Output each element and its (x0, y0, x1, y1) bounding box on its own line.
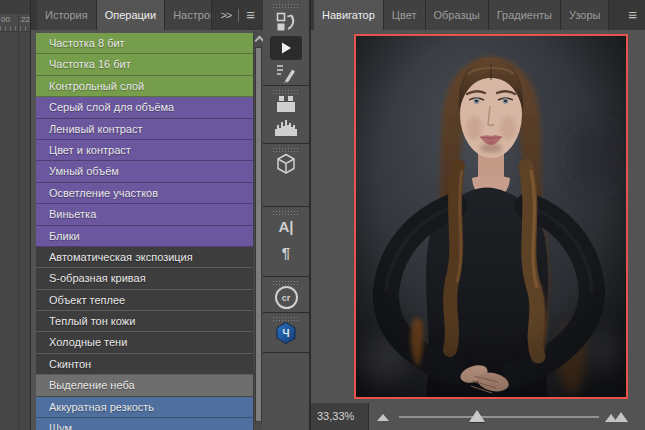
actions-tabbar: История Операции Настройки >> ≡ (31, 0, 263, 30)
preview-portrait-image (356, 36, 626, 397)
tab-gradients[interactable]: Градиенты (489, 0, 561, 30)
tab-patterns[interactable]: Узоры (561, 0, 609, 30)
action-item[interactable]: Умный объём (36, 161, 253, 182)
tab-adjustments[interactable]: Настройки (165, 0, 212, 30)
zoom-out-icon[interactable] (377, 414, 389, 421)
separator (238, 9, 239, 22)
character-panel-icon[interactable]: A| (263, 219, 309, 234)
action-item[interactable]: Скинтон (36, 354, 253, 375)
action-item[interactable]: Аккуратная резкость (36, 397, 253, 418)
action-item[interactable]: Теплый тон кожи (36, 311, 253, 332)
libraries-icon[interactable] (263, 95, 309, 113)
guide-line (18, 0, 19, 430)
scrollbar-thumb[interactable] (255, 47, 262, 422)
panel-icon-dock: A| ¶ cr Ч (263, 0, 310, 430)
cr-text: cr (282, 293, 291, 303)
collapse-chevrons-icon[interactable]: >> (220, 9, 231, 21)
camera-raw-glyph: cr (275, 286, 298, 309)
paragraph-panel-icon[interactable]: ¶ (263, 245, 309, 260)
tab-actions[interactable]: Операции (97, 0, 165, 30)
zoom-slider-thumb[interactable] (469, 410, 485, 422)
group-divider (263, 276, 309, 277)
action-item[interactable]: Ленивый контраст (36, 119, 253, 140)
tab-history[interactable]: История (37, 0, 97, 30)
group-drag-handle[interactable] (272, 3, 300, 8)
group-divider (263, 85, 309, 86)
zoom-percent-field[interactable]: 33,33% (311, 403, 369, 430)
canvas-top-band (0, 0, 30, 14)
action-item[interactable]: Контрольный слой (36, 76, 253, 97)
tool-presets-icon[interactable] (263, 62, 309, 84)
ruler-mark: 00 (1, 15, 10, 24)
action-item[interactable]: Серый слой для объёма (36, 97, 253, 118)
photoshop-workspace: 00 22 История Операции Настройки >> ≡ Ча… (0, 0, 645, 430)
ruler-mark: 22 (21, 15, 30, 24)
horizontal-ruler: 00 22 (0, 14, 30, 32)
actions-panel: История Операции Настройки >> ≡ Частотка… (30, 0, 263, 430)
tab-swatches[interactable]: Образцы (426, 0, 489, 30)
action-item-selected[interactable]: Выделение неба (36, 375, 253, 396)
navigator-panel: Навигатор Цвет Образцы Градиенты Узоры ≡ (310, 0, 645, 430)
action-item[interactable]: Осветление участков (36, 183, 253, 204)
navigator-preview[interactable] (354, 34, 628, 399)
action-item[interactable]: Частотка 16 бит (36, 54, 253, 75)
document-canvas-strip: 00 22 (0, 0, 30, 430)
actions-scrollbar[interactable] (253, 31, 263, 430)
character-glyph: A| (278, 219, 293, 234)
history-panel-icon[interactable] (263, 10, 309, 34)
panel-menu-icon[interactable]: ≡ (246, 0, 255, 30)
group-divider (263, 143, 309, 144)
actions-list: Частотка 8 бит Частотка 16 бит Контрольн… (36, 33, 253, 430)
group-drag-handle[interactable] (272, 89, 300, 94)
action-item[interactable]: Частотка 8 бит (36, 33, 253, 54)
ruler-ticks (0, 26, 30, 31)
action-item[interactable]: Виньетка (36, 204, 253, 225)
group-divider (263, 352, 309, 353)
navigator-zoom-bar: 33,33% (311, 403, 645, 430)
action-item[interactable]: Шум (36, 418, 253, 430)
camera-raw-icon[interactable]: cr (263, 286, 309, 309)
action-item[interactable]: Блики (36, 226, 253, 247)
navigator-tabbar: Навигатор Цвет Образцы Градиенты Узоры ≡ (311, 0, 645, 30)
group-drag-handle[interactable] (272, 280, 300, 285)
action-item[interactable]: Объект теплее (36, 290, 253, 311)
group-drag-handle[interactable] (272, 210, 300, 215)
actions-play-icon[interactable] (263, 36, 309, 60)
tab-navigator[interactable]: Навигатор (314, 0, 384, 30)
play-button[interactable] (270, 36, 302, 60)
zoom-slider-track[interactable] (399, 416, 599, 418)
tab-color[interactable]: Цвет (384, 0, 426, 30)
histogram-icon[interactable] (263, 117, 309, 137)
zoom-in-icon[interactable] (605, 411, 631, 422)
action-item[interactable]: Цвет и контраст (36, 140, 253, 161)
3d-panel-icon[interactable] (263, 152, 309, 176)
paragraph-glyph: ¶ (282, 245, 290, 260)
plugin-icon[interactable]: Ч (263, 321, 309, 345)
action-item[interactable]: S-образная кривая (36, 268, 253, 289)
svg-text:Ч: Ч (282, 328, 289, 339)
group-divider (263, 206, 309, 207)
panel-menu-icon[interactable]: ≡ (628, 0, 637, 30)
group-divider (263, 312, 309, 313)
action-item[interactable]: Холодные тени (36, 332, 253, 353)
action-item[interactable]: Автоматическая экспозиция (36, 247, 253, 268)
